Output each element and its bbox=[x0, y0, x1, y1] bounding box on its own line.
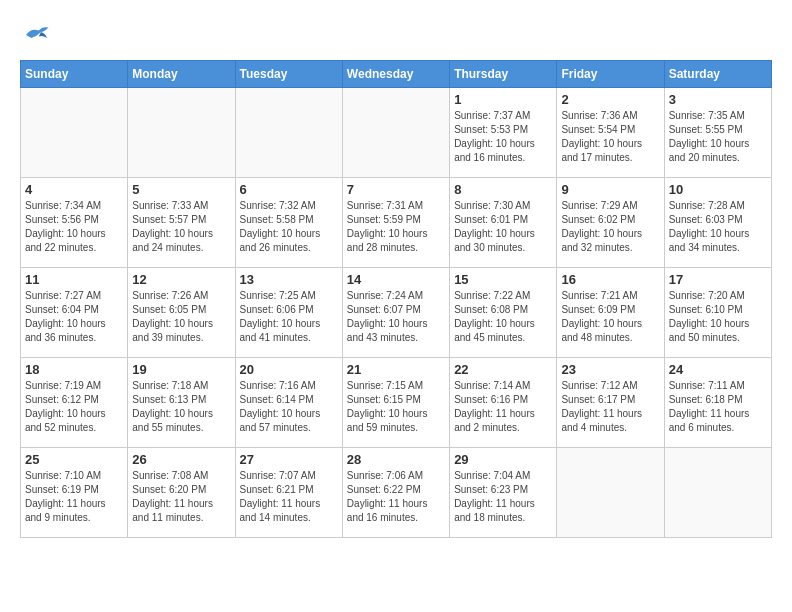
logo bbox=[20, 20, 54, 50]
day-number: 22 bbox=[454, 362, 552, 377]
day-info: Sunrise: 7:26 AM Sunset: 6:05 PM Dayligh… bbox=[132, 289, 230, 345]
calendar-cell: 3Sunrise: 7:35 AM Sunset: 5:55 PM Daylig… bbox=[664, 88, 771, 178]
day-number: 25 bbox=[25, 452, 123, 467]
page-header bbox=[20, 20, 772, 50]
day-number: 7 bbox=[347, 182, 445, 197]
day-info: Sunrise: 7:15 AM Sunset: 6:15 PM Dayligh… bbox=[347, 379, 445, 435]
day-number: 2 bbox=[561, 92, 659, 107]
day-info: Sunrise: 7:04 AM Sunset: 6:23 PM Dayligh… bbox=[454, 469, 552, 525]
calendar-cell bbox=[235, 88, 342, 178]
calendar-cell bbox=[21, 88, 128, 178]
calendar-cell: 22Sunrise: 7:14 AM Sunset: 6:16 PM Dayli… bbox=[450, 358, 557, 448]
calendar-cell: 16Sunrise: 7:21 AM Sunset: 6:09 PM Dayli… bbox=[557, 268, 664, 358]
calendar-cell: 2Sunrise: 7:36 AM Sunset: 5:54 PM Daylig… bbox=[557, 88, 664, 178]
day-info: Sunrise: 7:11 AM Sunset: 6:18 PM Dayligh… bbox=[669, 379, 767, 435]
day-number: 26 bbox=[132, 452, 230, 467]
day-number: 13 bbox=[240, 272, 338, 287]
weekday-header: Wednesday bbox=[342, 61, 449, 88]
day-number: 20 bbox=[240, 362, 338, 377]
day-number: 8 bbox=[454, 182, 552, 197]
day-info: Sunrise: 7:20 AM Sunset: 6:10 PM Dayligh… bbox=[669, 289, 767, 345]
calendar-cell: 20Sunrise: 7:16 AM Sunset: 6:14 PM Dayli… bbox=[235, 358, 342, 448]
day-info: Sunrise: 7:32 AM Sunset: 5:58 PM Dayligh… bbox=[240, 199, 338, 255]
day-number: 11 bbox=[25, 272, 123, 287]
calendar-cell: 7Sunrise: 7:31 AM Sunset: 5:59 PM Daylig… bbox=[342, 178, 449, 268]
day-number: 15 bbox=[454, 272, 552, 287]
day-info: Sunrise: 7:29 AM Sunset: 6:02 PM Dayligh… bbox=[561, 199, 659, 255]
calendar-header-row: SundayMondayTuesdayWednesdayThursdayFrid… bbox=[21, 61, 772, 88]
calendar-week-row: 1Sunrise: 7:37 AM Sunset: 5:53 PM Daylig… bbox=[21, 88, 772, 178]
calendar-cell: 8Sunrise: 7:30 AM Sunset: 6:01 PM Daylig… bbox=[450, 178, 557, 268]
day-info: Sunrise: 7:37 AM Sunset: 5:53 PM Dayligh… bbox=[454, 109, 552, 165]
calendar-cell: 11Sunrise: 7:27 AM Sunset: 6:04 PM Dayli… bbox=[21, 268, 128, 358]
calendar-cell: 1Sunrise: 7:37 AM Sunset: 5:53 PM Daylig… bbox=[450, 88, 557, 178]
day-info: Sunrise: 7:22 AM Sunset: 6:08 PM Dayligh… bbox=[454, 289, 552, 345]
day-number: 28 bbox=[347, 452, 445, 467]
day-info: Sunrise: 7:21 AM Sunset: 6:09 PM Dayligh… bbox=[561, 289, 659, 345]
day-number: 16 bbox=[561, 272, 659, 287]
calendar-cell: 10Sunrise: 7:28 AM Sunset: 6:03 PM Dayli… bbox=[664, 178, 771, 268]
calendar-cell: 4Sunrise: 7:34 AM Sunset: 5:56 PM Daylig… bbox=[21, 178, 128, 268]
calendar-cell: 24Sunrise: 7:11 AM Sunset: 6:18 PM Dayli… bbox=[664, 358, 771, 448]
calendar-cell: 18Sunrise: 7:19 AM Sunset: 6:12 PM Dayli… bbox=[21, 358, 128, 448]
day-number: 29 bbox=[454, 452, 552, 467]
day-info: Sunrise: 7:18 AM Sunset: 6:13 PM Dayligh… bbox=[132, 379, 230, 435]
calendar-cell: 27Sunrise: 7:07 AM Sunset: 6:21 PM Dayli… bbox=[235, 448, 342, 538]
calendar-cell: 23Sunrise: 7:12 AM Sunset: 6:17 PM Dayli… bbox=[557, 358, 664, 448]
calendar-cell: 21Sunrise: 7:15 AM Sunset: 6:15 PM Dayli… bbox=[342, 358, 449, 448]
day-info: Sunrise: 7:06 AM Sunset: 6:22 PM Dayligh… bbox=[347, 469, 445, 525]
calendar-cell: 6Sunrise: 7:32 AM Sunset: 5:58 PM Daylig… bbox=[235, 178, 342, 268]
calendar-cell: 14Sunrise: 7:24 AM Sunset: 6:07 PM Dayli… bbox=[342, 268, 449, 358]
day-info: Sunrise: 7:24 AM Sunset: 6:07 PM Dayligh… bbox=[347, 289, 445, 345]
calendar-week-row: 25Sunrise: 7:10 AM Sunset: 6:19 PM Dayli… bbox=[21, 448, 772, 538]
day-number: 9 bbox=[561, 182, 659, 197]
calendar-cell: 26Sunrise: 7:08 AM Sunset: 6:20 PM Dayli… bbox=[128, 448, 235, 538]
weekday-header: Monday bbox=[128, 61, 235, 88]
day-info: Sunrise: 7:27 AM Sunset: 6:04 PM Dayligh… bbox=[25, 289, 123, 345]
day-number: 6 bbox=[240, 182, 338, 197]
calendar-cell: 5Sunrise: 7:33 AM Sunset: 5:57 PM Daylig… bbox=[128, 178, 235, 268]
calendar-week-row: 4Sunrise: 7:34 AM Sunset: 5:56 PM Daylig… bbox=[21, 178, 772, 268]
day-info: Sunrise: 7:10 AM Sunset: 6:19 PM Dayligh… bbox=[25, 469, 123, 525]
day-number: 10 bbox=[669, 182, 767, 197]
calendar-table: SundayMondayTuesdayWednesdayThursdayFrid… bbox=[20, 60, 772, 538]
calendar-cell: 9Sunrise: 7:29 AM Sunset: 6:02 PM Daylig… bbox=[557, 178, 664, 268]
calendar-cell: 29Sunrise: 7:04 AM Sunset: 6:23 PM Dayli… bbox=[450, 448, 557, 538]
calendar-cell: 15Sunrise: 7:22 AM Sunset: 6:08 PM Dayli… bbox=[450, 268, 557, 358]
day-info: Sunrise: 7:16 AM Sunset: 6:14 PM Dayligh… bbox=[240, 379, 338, 435]
weekday-header: Saturday bbox=[664, 61, 771, 88]
calendar-week-row: 18Sunrise: 7:19 AM Sunset: 6:12 PM Dayli… bbox=[21, 358, 772, 448]
day-number: 27 bbox=[240, 452, 338, 467]
day-number: 24 bbox=[669, 362, 767, 377]
weekday-header: Thursday bbox=[450, 61, 557, 88]
day-info: Sunrise: 7:35 AM Sunset: 5:55 PM Dayligh… bbox=[669, 109, 767, 165]
weekday-header: Sunday bbox=[21, 61, 128, 88]
calendar-week-row: 11Sunrise: 7:27 AM Sunset: 6:04 PM Dayli… bbox=[21, 268, 772, 358]
calendar-cell bbox=[342, 88, 449, 178]
day-number: 5 bbox=[132, 182, 230, 197]
day-number: 18 bbox=[25, 362, 123, 377]
day-info: Sunrise: 7:14 AM Sunset: 6:16 PM Dayligh… bbox=[454, 379, 552, 435]
calendar-cell: 13Sunrise: 7:25 AM Sunset: 6:06 PM Dayli… bbox=[235, 268, 342, 358]
weekday-header: Friday bbox=[557, 61, 664, 88]
weekday-header: Tuesday bbox=[235, 61, 342, 88]
day-info: Sunrise: 7:31 AM Sunset: 5:59 PM Dayligh… bbox=[347, 199, 445, 255]
day-number: 17 bbox=[669, 272, 767, 287]
calendar-cell: 28Sunrise: 7:06 AM Sunset: 6:22 PM Dayli… bbox=[342, 448, 449, 538]
day-info: Sunrise: 7:08 AM Sunset: 6:20 PM Dayligh… bbox=[132, 469, 230, 525]
day-number: 4 bbox=[25, 182, 123, 197]
day-number: 3 bbox=[669, 92, 767, 107]
day-info: Sunrise: 7:19 AM Sunset: 6:12 PM Dayligh… bbox=[25, 379, 123, 435]
logo-icon bbox=[20, 20, 50, 50]
calendar-cell bbox=[557, 448, 664, 538]
day-number: 23 bbox=[561, 362, 659, 377]
day-number: 21 bbox=[347, 362, 445, 377]
calendar-cell: 25Sunrise: 7:10 AM Sunset: 6:19 PM Dayli… bbox=[21, 448, 128, 538]
calendar-cell bbox=[128, 88, 235, 178]
day-info: Sunrise: 7:33 AM Sunset: 5:57 PM Dayligh… bbox=[132, 199, 230, 255]
calendar-cell: 12Sunrise: 7:26 AM Sunset: 6:05 PM Dayli… bbox=[128, 268, 235, 358]
day-info: Sunrise: 7:25 AM Sunset: 6:06 PM Dayligh… bbox=[240, 289, 338, 345]
calendar-cell bbox=[664, 448, 771, 538]
day-number: 12 bbox=[132, 272, 230, 287]
day-number: 19 bbox=[132, 362, 230, 377]
